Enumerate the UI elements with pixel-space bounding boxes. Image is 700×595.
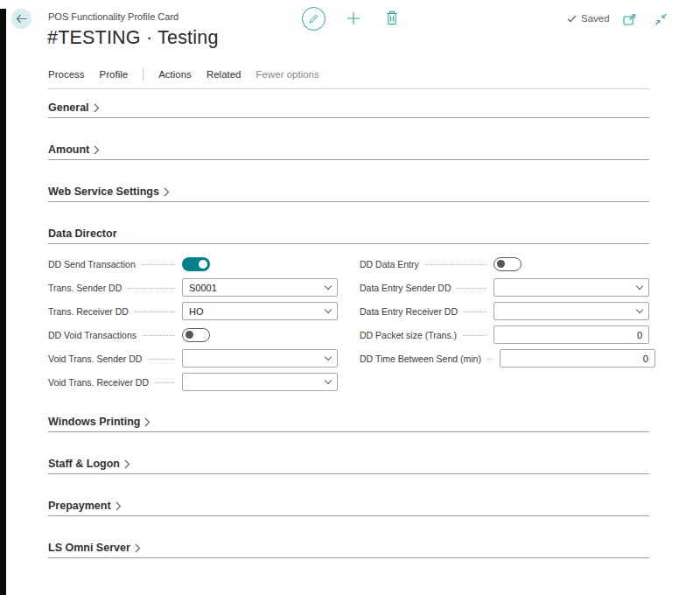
page-title: #TESTING · Testing	[47, 27, 219, 49]
dotted-leader	[457, 288, 486, 289]
dd-void-transactions-toggle[interactable]	[182, 328, 210, 342]
dotted-leader	[135, 312, 175, 312]
dd-send-transaction-toggle[interactable]	[182, 257, 210, 271]
trans-receiver-dd-combobox[interactable]: HO	[182, 302, 338, 320]
page-caption: POS Functionality Profile Card	[48, 11, 178, 22]
chevron-down-icon	[325, 283, 332, 290]
dotted-leader	[155, 382, 175, 383]
arrow-left-icon	[16, 14, 28, 24]
chevron-down-icon	[636, 306, 643, 313]
section-ls-omni-server: LS Omni Server	[48, 542, 649, 558]
section-data-director: Data Director DD Send TransactionTrans. …	[48, 228, 649, 394]
plus-icon	[346, 11, 360, 25]
dd-time-between-send-min-input[interactable]: 0	[500, 349, 655, 368]
menu-divider	[143, 68, 144, 80]
field-label: DD Send Transaction	[48, 259, 136, 270]
void-trans-sender-dd-combobox[interactable]	[182, 349, 338, 368]
section-header-web-service-settings[interactable]: Web Service Settings	[48, 186, 649, 202]
section-title: Windows Printing	[48, 416, 140, 428]
chevron-down-icon	[325, 306, 332, 313]
chevron-right-icon	[94, 103, 100, 113]
open-in-new-window-button[interactable]	[623, 14, 636, 25]
field-label: DD Packet size (Trans.)	[360, 330, 457, 340]
section-header-amount[interactable]: Amount	[48, 144, 649, 160]
section-title: LS Omni Server	[48, 542, 130, 554]
section-title: General	[48, 102, 89, 114]
dd-packet-size-trans-input[interactable]: 0	[494, 326, 649, 344]
toggle-knob	[199, 260, 207, 269]
field-control	[182, 373, 338, 391]
field-control: S0001	[182, 278, 338, 297]
menu-item-process[interactable]: Process	[48, 69, 85, 80]
page-header: POS Functionality Profile Card #TESTING …	[0, 0, 700, 68]
collapse-window-icon	[654, 13, 668, 25]
field-label: Data Entry Sender DD	[360, 283, 451, 293]
menu-item-profile[interactable]: Profile	[100, 69, 129, 80]
field-void-trans-sender-dd: Void Trans. Sender DD	[48, 346, 338, 370]
section-header-prepayment[interactable]: Prepayment	[48, 500, 649, 516]
chevron-right-icon	[94, 145, 100, 155]
section-windows-printing: Windows Printing	[48, 416, 649, 432]
section-header-staff-logon[interactable]: Staff & Logon	[48, 458, 649, 474]
data-director-right-column: DD Data EntryData Entry Sender DDData En…	[360, 252, 649, 394]
action-bar: Process Profile Actions Related Fewer op…	[48, 68, 649, 89]
new-button[interactable]	[346, 11, 360, 25]
field-control	[182, 349, 338, 368]
field-label: Trans. Receiver DD	[48, 306, 129, 317]
chevron-right-icon	[164, 187, 170, 197]
collapse-window-button[interactable]	[654, 13, 668, 25]
section-amount: Amount	[48, 144, 649, 160]
card-content: General Amount Web Service Settings	[48, 102, 649, 558]
trash-icon	[386, 10, 398, 25]
dotted-leader	[464, 312, 486, 312]
data-director-fields: DD Send TransactionTrans. Sender DDS0001…	[48, 252, 649, 394]
chevron-down-icon	[636, 283, 643, 290]
field-dd-data-entry: DD Data Entry	[360, 252, 649, 276]
combobox-value: S0001	[189, 283, 217, 293]
chevron-right-icon	[135, 543, 141, 553]
pencil-icon	[308, 13, 319, 24]
pos-functionality-profile-card-page: POS Functionality Profile Card #TESTING …	[0, 0, 700, 595]
combobox-value: HO	[189, 306, 204, 317]
section-header-general[interactable]: General	[48, 102, 649, 118]
chevron-right-icon	[144, 417, 150, 427]
field-data-entry-sender-dd: Data Entry Sender DD	[360, 276, 649, 299]
section-title: Prepayment	[48, 500, 111, 512]
dotted-leader	[128, 288, 175, 289]
data-entry-sender-dd-combobox[interactable]	[494, 278, 649, 297]
chevron-right-icon	[124, 459, 130, 469]
delete-button[interactable]	[386, 10, 398, 25]
field-label: Trans. Sender DD	[48, 283, 122, 293]
section-general: General	[48, 102, 649, 118]
back-button[interactable]	[11, 9, 32, 29]
void-trans-receiver-dd-combobox[interactable]	[182, 373, 338, 391]
data-entry-receiver-dd-combobox[interactable]	[494, 302, 649, 320]
toggle-knob	[497, 260, 505, 268]
field-control	[182, 257, 338, 271]
dotted-leader	[142, 264, 175, 265]
section-title: Data Director	[48, 228, 117, 240]
section-header-ls-omni-server[interactable]: LS Omni Server	[48, 542, 649, 558]
section-header-windows-printing[interactable]: Windows Printing	[48, 416, 649, 432]
field-void-trans-receiver-dd: Void Trans. Receiver DD	[48, 370, 338, 394]
section-prepayment: Prepayment	[48, 500, 649, 516]
edit-button[interactable]	[302, 7, 326, 31]
chevron-down-icon	[325, 377, 332, 384]
field-data-entry-receiver-dd: Data Entry Receiver DD	[360, 299, 649, 323]
menu-item-fewer-options[interactable]: Fewer options	[256, 69, 319, 80]
saved-label: Saved	[581, 13, 610, 24]
field-dd-void-transactions: DD Void Transactions	[48, 323, 338, 346]
section-header-data-director[interactable]: Data Director	[48, 228, 649, 244]
menu-item-related[interactable]: Related	[206, 69, 242, 80]
dd-data-entry-toggle[interactable]	[494, 257, 522, 271]
field-dd-packet-size-trans: DD Packet size (Trans.)0	[360, 323, 649, 346]
toggle-knob	[186, 331, 193, 339]
trans-sender-dd-combobox[interactable]: S0001	[182, 278, 338, 297]
dotted-leader	[148, 359, 175, 360]
field-label: Data Entry Receiver DD	[360, 306, 458, 317]
menu-item-actions[interactable]: Actions	[158, 69, 192, 80]
field-control	[494, 302, 649, 320]
section-staff-logon: Staff & Logon	[48, 458, 649, 474]
field-control	[182, 328, 338, 342]
dotted-leader	[425, 264, 486, 265]
